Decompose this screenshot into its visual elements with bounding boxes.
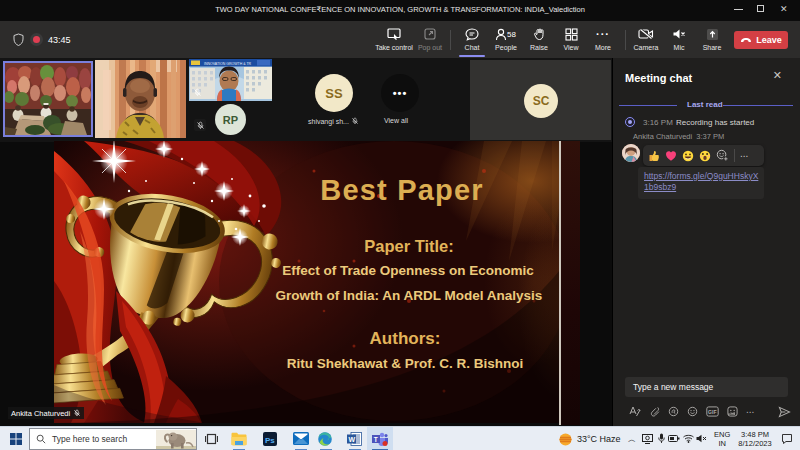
svg-text:GIF: GIF [708,409,716,415]
svg-text:Ps: Ps [265,436,275,445]
svg-text:58: 58 [507,30,516,39]
svg-text:W: W [349,436,356,443]
svg-text:INNOVATION GROWTH & TR: INNOVATION GROWTH & TR [204,62,252,66]
svg-text:T: T [374,436,378,443]
